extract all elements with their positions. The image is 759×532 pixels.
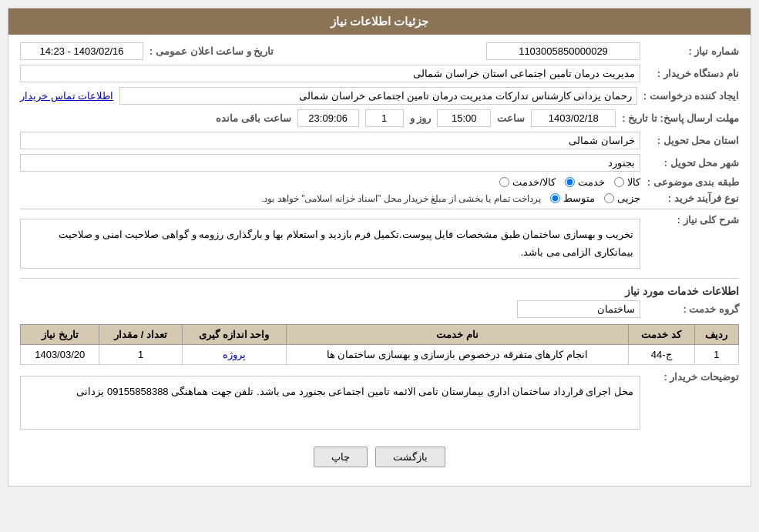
response-days-label: روز و (410, 112, 432, 124)
category-kala-khadamat-label: کالا/خدمت (512, 176, 556, 188)
services-table: ردیف کد خدمت نام خدمت واحد اندازه گیری ت… (20, 324, 739, 365)
description-value: تخریب و بهسازی ساختمان طبق مشخصات فایل پ… (20, 219, 640, 269)
response-date-value: 1403/02/18 (531, 109, 616, 127)
purchase-type-note: پرداخت تمام یا بخشی از مبلغ خریدار محل "… (261, 193, 541, 204)
category-kala: کالا (614, 176, 640, 188)
th-row: ردیف (694, 324, 738, 344)
category-khadamat: خدمت (565, 176, 605, 188)
response-deadline-label: مهلت ارسال پاسخ: تا تاریخ : (622, 112, 739, 124)
description-label: شرح کلی نیاز : (646, 214, 739, 226)
print-button[interactable]: چاپ (314, 447, 368, 467)
main-container: جزئیات اطلاعات نیاز شماره نیاز : 1103005… (8, 8, 751, 487)
category-row: طبقه بندی موضوعی : کالا خدمت کالا/خدمت (20, 176, 739, 188)
remaining-time-label: ساعت باقی مانده (216, 112, 291, 124)
contact-link[interactable]: اطلاعات تماس خریدار (20, 90, 113, 102)
buyer-notes-label: توضیحات خریدار : (646, 371, 739, 383)
services-section-label: اطلاعات خدمات مورد نیاز (20, 285, 739, 297)
service-group-value: ساختمان (517, 300, 640, 318)
th-code: کد خدمت (628, 324, 694, 344)
th-date: تاریخ نیاز (21, 324, 99, 344)
buyer-org-label: نام دستگاه خریدار : (646, 68, 739, 79)
remaining-time-value: 23:09:06 (297, 109, 359, 127)
response-days-value: 1 (365, 109, 404, 127)
buyer-notes-value: محل اجرای قرارداد ساختمان اداری بیمارستا… (20, 376, 640, 430)
back-button[interactable]: بازگشت (375, 447, 445, 467)
need-number-row: شماره نیاز : 1103005850000029 تاریخ و سا… (20, 42, 739, 60)
purchase-motavasset: متوسط (550, 192, 595, 204)
divider-1 (20, 209, 739, 209)
purchase-motavasset-label: متوسط (563, 192, 595, 204)
description-row: شرح کلی نیاز : تخریب و بهسازی ساختمان طب… (20, 214, 739, 273)
buyer-org-row: نام دستگاه خریدار : مدیریت درمان تامین ا… (20, 65, 739, 82)
purchase-type-radio-group: جزیی متوسط پرداخت تمام یا بخشی از مبلغ خ… (261, 192, 640, 204)
purchase-jozi-label: جزیی (617, 192, 640, 204)
creator-row: ایجاد کننده درخواست : رحمان یزدانی کارشن… (20, 87, 739, 105)
page-wrapper: جزئیات اطلاعات نیاز شماره نیاز : 1103005… (0, 0, 759, 532)
bottom-buttons: بازگشت چاپ (20, 439, 739, 478)
category-label: طبقه بندی موضوعی : (646, 176, 739, 188)
purchase-jozi-radio[interactable] (604, 193, 614, 203)
category-khadamat-radio[interactable] (565, 177, 575, 187)
city-value: بجنورد (20, 154, 640, 172)
province-row: استان محل تحویل : خراسان شمالی (20, 132, 739, 149)
buyer-org-value: مدیریت درمان تامین اجتماعی استان خراسان … (20, 65, 640, 82)
city-label: شهر محل تحویل : (646, 157, 739, 169)
province-value: خراسان شمالی (20, 132, 640, 149)
response-time-label: ساعت (497, 112, 525, 124)
response-time-value: 15:00 (437, 109, 491, 127)
buyer-notes-row: توضیحات خریدار : محل اجرای قرارداد ساختم… (20, 371, 739, 434)
service-group-label: گروه خدمت : (646, 303, 739, 315)
content-area: شماره نیاز : 1103005850000029 تاریخ و سا… (8, 35, 751, 486)
category-khadamat-label: خدمت (578, 176, 605, 188)
need-number-value: 1103005850000029 (486, 42, 640, 60)
purchase-motavasset-radio[interactable] (550, 193, 560, 203)
category-kala-khadamat: کالا/خدمت (499, 176, 556, 188)
city-row: شهر محل تحویل : بجنورد (20, 154, 739, 172)
purchase-type-row: نوع فرآیند خرید : جزیی متوسط پرداخت تمام… (20, 192, 739, 204)
service-group-row: گروه خدمت : ساختمان (20, 300, 739, 318)
th-unit: واحد اندازه گیری (182, 324, 286, 344)
creator-label: ایجاد کننده درخواست : (643, 90, 739, 102)
divider-2 (20, 278, 739, 279)
purchase-type-label: نوع فرآیند خرید : (646, 192, 739, 204)
category-kala-radio[interactable] (614, 177, 624, 187)
category-kala-label: کالا (627, 176, 640, 188)
province-label: استان محل تحویل : (646, 135, 739, 146)
purchase-jozi: جزیی (604, 192, 640, 204)
th-name: نام خدمت (286, 324, 628, 344)
announcement-datetime-value: 1403/02/16 - 14:23 (20, 42, 143, 60)
page-title: جزئیات اطلاعات نیاز (8, 8, 751, 35)
category-kala-khadamat-radio[interactable] (499, 177, 509, 187)
need-number-label: شماره نیاز : (646, 45, 739, 57)
th-quantity: تعداد / مقدار (99, 324, 182, 344)
creator-value: رحمان یزدانی کارشناس تدارکات مدیریت درما… (119, 87, 637, 105)
response-deadline-row: مهلت ارسال پاسخ: تا تاریخ : 1403/02/18 س… (20, 109, 739, 127)
table-row: 1ج-44انجام کارهای متفرقه درخصوص بازسازی … (21, 344, 739, 364)
announcement-datetime-label: تاریخ و ساعت اعلان عمومی : (149, 45, 274, 57)
category-radio-group: کالا خدمت کالا/خدمت (499, 176, 640, 188)
